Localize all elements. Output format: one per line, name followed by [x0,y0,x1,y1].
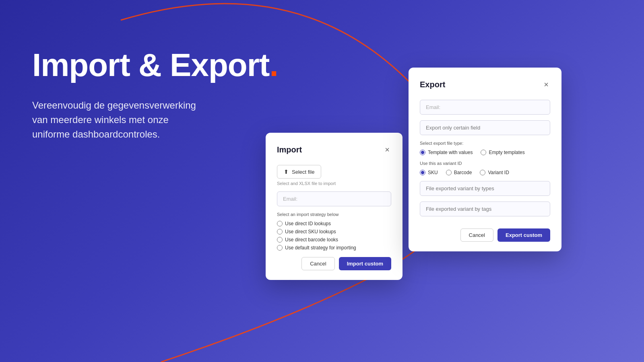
hero-section: Import & Export. Vereenvoudig de gegeven… [32,48,278,142]
select-file-button[interactable]: ⬆ Select file [277,165,321,179]
strategy-direct-id-label: Use direct ID lookups [285,221,331,226]
strategy-direct-id-radio[interactable] [277,221,283,226]
export-modal: Export × Select export file type: Templa… [409,68,561,251]
export-modal-title: Export [420,80,445,89]
variant-id-option[interactable]: Variant ID [480,170,509,175]
export-variant-tags-input[interactable] [420,202,550,216]
variant-sku-label: SKU [428,170,438,175]
hero-dot: . [269,47,278,83]
import-close-button[interactable]: × [383,144,391,155]
strategy-default-radio[interactable] [277,245,283,251]
export-file-type-group: Template with values Empty templates [420,150,550,155]
export-modal-header: Export × [420,79,550,90]
import-modal-header: Import × [277,144,391,155]
strategy-direct-sku-label: Use direct SKU lookups [285,229,336,234]
file-type-empty-label: Empty templates [489,150,524,155]
strategy-direct-barcode-radio[interactable] [277,237,283,243]
import-strategy-group: Use direct ID lookups Use direct SKU loo… [277,221,391,251]
file-type-values-label: Template with values [428,150,473,155]
export-variant-id-group: SKU Barcode Variant ID [420,170,550,175]
strategy-default[interactable]: Use default strategy for importing [277,245,356,251]
import-helper-text: Select and XLSX file to import [277,181,391,186]
import-cancel-button[interactable]: Cancel [301,257,334,270]
variant-barcode-radio[interactable] [446,170,452,175]
file-type-empty[interactable]: Empty templates [481,150,524,155]
variant-id-radio[interactable] [480,170,485,175]
export-field-input[interactable] [420,120,550,135]
variant-id-label: Variant ID [488,170,509,175]
export-action-row: Cancel Export custom [420,228,550,242]
export-cancel-button[interactable]: Cancel [460,228,493,242]
file-type-values-radio[interactable] [420,150,425,155]
import-action-row: Cancel Import custom [277,257,391,270]
variant-sku[interactable]: SKU [420,170,438,175]
variant-sku-radio[interactable] [420,170,425,175]
strategy-direct-barcode-label: Use direct barcode looks [285,237,338,243]
file-type-values[interactable]: Template with values [420,150,473,155]
import-submit-button[interactable]: Import custom [339,257,391,270]
export-variant-types-input[interactable] [420,181,550,196]
strategy-direct-sku[interactable]: Use direct SKU lookups [277,229,336,234]
export-variant-id-label: Use this as variant ID [420,161,550,166]
import-email-input[interactable] [277,191,391,206]
hero-subtitle: Vereenvoudig de gegevensverwerking van m… [32,98,242,142]
hero-title: Import & Export. [32,48,278,82]
variant-barcode-label: Barcode [454,170,472,175]
strategy-direct-id[interactable]: Use direct ID lookups [277,221,331,226]
export-close-button[interactable]: × [542,79,550,90]
strategy-direct-sku-radio[interactable] [277,229,283,234]
strategy-direct-barcode[interactable]: Use direct barcode looks [277,237,338,243]
import-strategy-label: Select an import strategy below [277,212,391,217]
hero-title-text: Import & Export [32,47,269,83]
import-modal: Import × ⬆ Select file Select and XLSX f… [266,133,402,280]
file-type-empty-radio[interactable] [481,150,486,155]
upload-icon: ⬆ [284,169,289,175]
import-modal-title: Import [277,145,302,154]
export-file-type-label: Select export file type: [420,141,550,146]
variant-barcode[interactable]: Barcode [446,170,472,175]
strategy-default-label: Use default strategy for importing [285,245,356,251]
select-file-label: Select file [292,169,314,175]
export-submit-button[interactable]: Export custom [497,228,550,242]
export-email-input[interactable] [420,100,550,115]
